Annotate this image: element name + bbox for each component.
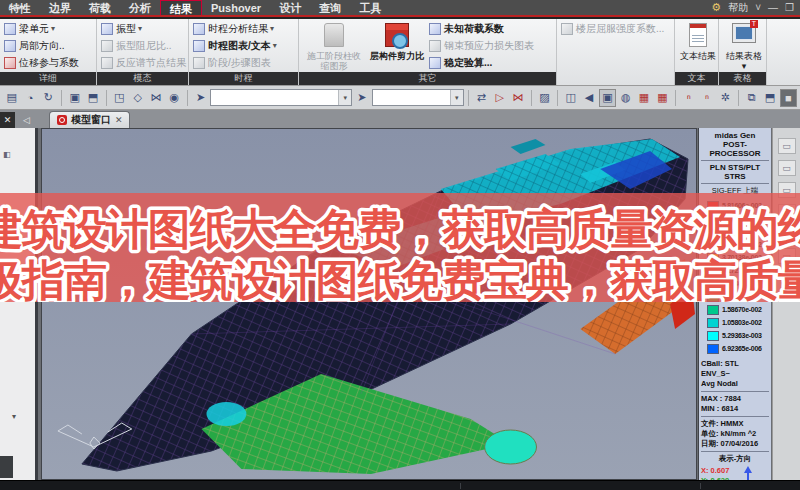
stage-step-graph-button[interactable]: 阶段/步骤图表: [193, 55, 294, 70]
ribbon-group-table: 结果表格▾ 表格: [719, 19, 767, 85]
min-value: MIN : 6814: [701, 404, 769, 414]
select-intersect-icon[interactable]: ⋈: [147, 89, 164, 107]
lock-model-icon[interactable]: ⬒: [761, 89, 778, 107]
response-spectrum-icon: [101, 57, 113, 69]
activate-icon[interactable]: ▷: [491, 89, 508, 107]
legend-row: 2.11537e-002: [701, 290, 769, 303]
side-tool-button[interactable]: ▭: [778, 160, 796, 176]
cursor-icon[interactable]: ➤: [192, 89, 209, 107]
side-tool-button[interactable]: ▭: [778, 138, 796, 154]
display-option2-icon[interactable]: ▦: [654, 89, 671, 107]
render-view-icon[interactable]: ◀: [580, 89, 597, 107]
tab-model-window[interactable]: 模型窗口 ✕: [49, 111, 131, 128]
perspective-icon[interactable]: ◍: [617, 89, 634, 107]
activate-identity-icon[interactable]: ⋈: [509, 89, 526, 107]
node-number-icon[interactable]: ⁿ: [680, 89, 697, 107]
display-option-icon[interactable]: ▦: [635, 89, 652, 107]
legend-row: 5.29363e-003: [701, 329, 769, 342]
help-button[interactable]: 帮助: [728, 1, 748, 15]
displacement-factor-icon: [4, 57, 16, 69]
dock-handle[interactable]: [0, 456, 13, 478]
fence-select-icon[interactable]: ◫: [562, 89, 579, 107]
text-results-button[interactable]: 文本结果: [679, 21, 717, 61]
menu-tab-pushover[interactable]: Pushover: [202, 0, 270, 15]
close-tab-icon[interactable]: ✕: [115, 115, 123, 125]
story-shear-ratio-button[interactable]: 层构件剪力比: [369, 21, 425, 71]
select-polygon-icon[interactable]: ◇: [129, 89, 146, 107]
left-result-icon[interactable]: ◧: [3, 150, 11, 159]
story-shear-ratio-icon: [384, 23, 410, 49]
modal-damping-button[interactable]: 振型阻尼比..: [101, 38, 184, 53]
menu-tab-boundary[interactable]: 边界: [40, 0, 80, 15]
result-component: SIG-EFF 上端: [701, 186, 769, 196]
stability-check-button[interactable]: 稳定验算...: [429, 55, 533, 70]
legend-swatch: [707, 279, 719, 289]
chevron-down-icon[interactable]: ˅: [755, 2, 761, 13]
side-tool-button[interactable]: ▭: [778, 204, 796, 220]
selection-filter-combo[interactable]: ▾: [210, 89, 352, 106]
slant-view-icon[interactable]: ▨: [536, 89, 553, 107]
left-dropdown-icon[interactable]: ▾: [12, 412, 16, 421]
legend-swatch: [707, 240, 719, 250]
menu-tab-design[interactable]: 设计: [270, 0, 310, 15]
menu-tab-load[interactable]: 荷载: [80, 0, 120, 15]
copy-view-icon[interactable]: ⧉: [743, 89, 760, 107]
file-name: 文件: HMMX: [701, 419, 769, 429]
combo-arrow-icon[interactable]: ▾: [450, 90, 463, 105]
menu-tab-analysis[interactable]: 分析: [120, 0, 160, 15]
named-view-icon[interactable]: ▣: [66, 89, 83, 107]
result-tables-button[interactable]: 结果表格▾: [723, 21, 765, 71]
select-window-icon[interactable]: ◳: [111, 89, 128, 107]
document-tab-bar: ✕ ◁ 模型窗口 ✕: [0, 110, 800, 128]
lock-view-icon[interactable]: ▣: [599, 89, 616, 107]
export-view-icon[interactable]: ⬒: [84, 89, 101, 107]
text-results-icon: [685, 23, 711, 49]
left-panel-strip[interactable]: ◧ ▾: [0, 128, 38, 480]
minimize-button[interactable]: —: [768, 2, 778, 13]
th-results-button[interactable]: 时程分析结果▾: [193, 21, 294, 36]
legend-row: 4.75872e-002: [701, 225, 769, 238]
local-direction-button[interactable]: 局部方向..: [4, 38, 92, 53]
beam-element-button[interactable]: 梁单元▾: [4, 21, 92, 36]
story-yield-factor-icon: [561, 23, 573, 35]
modal-damping-icon: [101, 40, 113, 52]
dynamic-report-icon[interactable]: ▤: [3, 89, 20, 107]
pick-icon[interactable]: ➤: [353, 89, 370, 107]
beam-element-icon: [4, 23, 16, 35]
combo-arrow-icon[interactable]: ▾: [338, 90, 351, 105]
side-tool-button[interactable]: ▭: [778, 182, 796, 198]
menu-tab-results[interactable]: 结果: [160, 0, 202, 15]
tab-label: 模型窗口: [71, 113, 111, 127]
load-case: CBall: STL ENV_S~: [701, 359, 769, 379]
story-yield-factor-button[interactable]: 楼层屈服强度系数...: [561, 21, 670, 36]
tendon-loss-graph-button[interactable]: 钢束预应力损失图表: [429, 38, 533, 53]
response-spectrum-node-button[interactable]: 反应谱节点结果: [101, 55, 184, 70]
construction-stage-column-button[interactable]: 施工阶段柱收缩图形: [303, 21, 365, 71]
close-pane-button[interactable]: ✕: [0, 112, 15, 128]
resize-icon[interactable]: ⇄: [473, 89, 490, 107]
orbit-icon[interactable]: ◔: [21, 89, 38, 107]
gear-icon[interactable]: ⚙: [711, 1, 721, 14]
menu-tab-query[interactable]: 查询: [310, 0, 350, 15]
restore-window-button[interactable]: ❐: [785, 2, 794, 13]
menu-tab-properties[interactable]: 特性: [0, 0, 40, 15]
th-graph-text-button[interactable]: 时程图表/文本▾: [193, 38, 294, 53]
model-viewport[interactable]: [41, 128, 697, 480]
menu-tab-tools[interactable]: 工具: [350, 0, 390, 15]
ribbon-group-timehistory: 时程分析结果▾ 时程图表/文本▾ 阶段/步骤图表 时程: [189, 19, 299, 85]
mesh-display-icon[interactable]: ✲: [717, 89, 734, 107]
element-number-icon[interactable]: ⁿ: [698, 89, 715, 107]
group-combo[interactable]: ▾: [372, 89, 464, 106]
dark-tool-icon[interactable]: ■: [780, 89, 797, 107]
app-mode: POST-PROCESSOR: [701, 140, 769, 158]
tab-scroll-left-icon[interactable]: ◁: [18, 112, 35, 128]
side-tool-button[interactable]: ▭: [778, 226, 796, 242]
unit-label: 单位: kN/mm ^2: [701, 429, 769, 439]
side-tool-button[interactable]: ▭: [778, 248, 796, 264]
rotate-view-icon[interactable]: ↻: [40, 89, 57, 107]
displacement-factor-button[interactable]: 位移参与系数: [4, 55, 92, 70]
result-type: PLN STS/PLT STRS: [701, 163, 769, 181]
unknown-load-factor-button[interactable]: 未知荷载系数: [429, 21, 533, 36]
mode-shape-button[interactable]: 振型▾: [101, 21, 184, 36]
zoom-fit-icon[interactable]: ◉: [166, 89, 183, 107]
